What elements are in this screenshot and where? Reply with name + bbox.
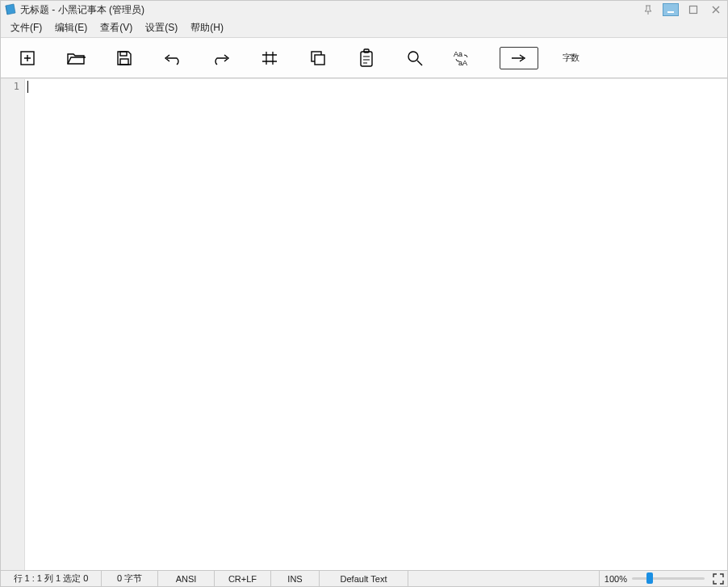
svg-rect-7 bbox=[361, 52, 372, 66]
minimize-button[interactable] bbox=[663, 3, 679, 16]
status-bar: 行 1 : 1 列 1 选定 0 0 字节 ANSI CR+LF INS Def… bbox=[1, 570, 727, 586]
fullscreen-icon[interactable] bbox=[709, 571, 727, 586]
wordwrap-icon[interactable] bbox=[500, 47, 538, 69]
status-spacer bbox=[408, 571, 600, 586]
zoom-percent[interactable]: 100% bbox=[605, 574, 627, 584]
close-button[interactable] bbox=[708, 3, 724, 16]
line-number-gutter: 1 bbox=[1, 79, 25, 570]
menu-edit[interactable]: 编辑(E) bbox=[50, 19, 92, 36]
case-convert-icon[interactable]: AaaA bbox=[451, 46, 475, 70]
svg-rect-3 bbox=[120, 52, 127, 56]
status-encoding[interactable]: ANSI bbox=[158, 571, 215, 586]
menu-file[interactable]: 文件(F) bbox=[6, 19, 47, 36]
save-icon[interactable] bbox=[112, 46, 136, 70]
menu-settings[interactable]: 设置(S) bbox=[140, 19, 182, 36]
wordcount-label: 字数 bbox=[563, 52, 579, 62]
text-editor[interactable] bbox=[25, 79, 727, 570]
menu-bar: 文件(F) 编辑(E) 查看(V) 设置(S) 帮助(H) bbox=[1, 19, 727, 38]
status-filetype[interactable]: Default Text bbox=[320, 571, 408, 586]
svg-rect-0 bbox=[667, 11, 674, 13]
status-eol[interactable]: CR+LF bbox=[215, 571, 271, 586]
zoom-thumb-icon[interactable] bbox=[646, 572, 653, 584]
copy-icon[interactable] bbox=[306, 46, 330, 70]
line-number: 1 bbox=[1, 81, 19, 92]
svg-rect-8 bbox=[364, 49, 369, 52]
svg-rect-4 bbox=[120, 59, 128, 65]
zoom-slider[interactable] bbox=[632, 577, 705, 580]
status-insert-mode[interactable]: INS bbox=[271, 571, 320, 586]
svg-rect-6 bbox=[315, 55, 324, 65]
undo-icon[interactable] bbox=[161, 46, 185, 70]
cut-icon[interactable] bbox=[257, 46, 282, 70]
menu-view[interactable]: 查看(V) bbox=[95, 19, 137, 36]
open-file-icon[interactable] bbox=[64, 46, 88, 70]
svg-point-9 bbox=[408, 52, 418, 61]
pin-button[interactable] bbox=[640, 3, 656, 16]
status-position[interactable]: 行 1 : 1 列 1 选定 0 bbox=[1, 571, 102, 586]
caret-icon bbox=[27, 81, 28, 93]
title-bar: 无标题 - 小黑记事本 (管理员) bbox=[1, 1, 727, 19]
new-file-icon[interactable] bbox=[15, 46, 40, 70]
paste-icon[interactable] bbox=[354, 46, 379, 70]
window-controls bbox=[640, 3, 724, 16]
svg-text:aA: aA bbox=[458, 59, 467, 67]
app-icon bbox=[4, 3, 17, 16]
window-title: 无标题 - 小黑记事本 (管理员) bbox=[20, 3, 640, 17]
redo-icon[interactable] bbox=[209, 46, 233, 70]
status-bytes[interactable]: 0 字节 bbox=[102, 571, 158, 586]
editor-area: 1 bbox=[1, 78, 727, 570]
menu-help[interactable]: 帮助(H) bbox=[186, 19, 228, 36]
maximize-button[interactable] bbox=[685, 3, 701, 16]
search-icon[interactable] bbox=[403, 46, 427, 70]
svg-text:Aa: Aa bbox=[454, 50, 462, 58]
toolbar: AaaA 字数 bbox=[1, 38, 727, 78]
zoom-control: 100% bbox=[600, 571, 709, 586]
svg-rect-1 bbox=[690, 6, 697, 14]
wordcount-button[interactable]: 字数 bbox=[563, 52, 579, 64]
